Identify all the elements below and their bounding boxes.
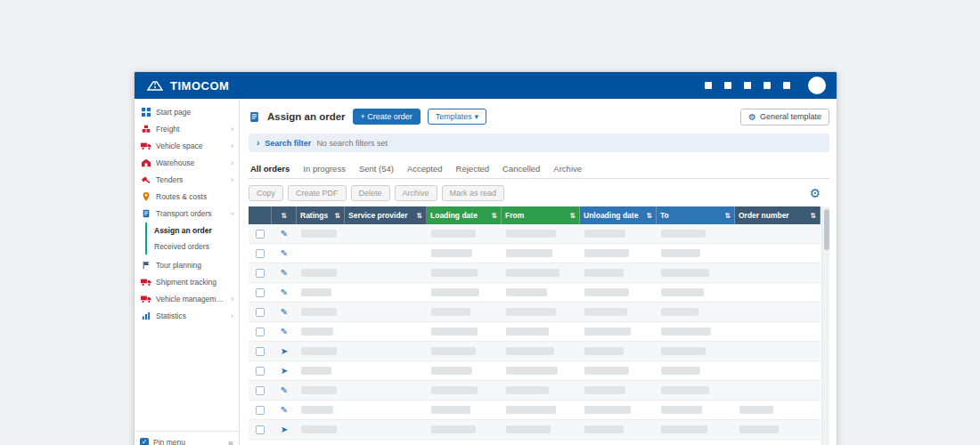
pencil-icon[interactable]: ✎	[276, 385, 292, 395]
table-row[interactable]: ✎	[249, 400, 821, 420]
sidebar-item-warehouse[interactable]: Warehouse›	[135, 154, 239, 171]
table-row[interactable]: ➤	[249, 420, 821, 440]
archive-button[interactable]: Archive	[395, 185, 437, 201]
sort-arrows-icon[interactable]: ⇅	[724, 212, 731, 220]
redacted-value-placeholder	[431, 249, 472, 257]
sort-arrows-icon[interactable]: ⇅	[810, 212, 816, 220]
row-checkbox[interactable]	[256, 425, 265, 434]
sort-arrows-icon[interactable]: ⇅	[569, 212, 576, 220]
redacted-value-placeholder	[506, 308, 556, 316]
pencil-icon[interactable]: ✎	[276, 248, 292, 258]
tab-rejected[interactable]: Rejected	[456, 161, 490, 178]
tab-archive[interactable]: Archive	[553, 161, 582, 178]
header-app-icon-1[interactable]	[705, 82, 712, 89]
pencil-icon[interactable]: ✎	[276, 327, 292, 336]
sidebar-subitem-received-orders[interactable]: Received orders	[147, 239, 239, 255]
row-select-cell	[249, 303, 272, 321]
user-avatar[interactable]	[808, 77, 826, 94]
table-row[interactable]: ✎	[249, 322, 821, 342]
tab-all-orders[interactable]: All orders	[250, 161, 290, 178]
row-checkbox[interactable]	[256, 367, 265, 376]
tab-accepted[interactable]: Accepted	[407, 161, 443, 178]
column-header-edit[interactable]: ⇅	[272, 206, 297, 224]
cell-to	[657, 303, 735, 321]
collapse-sidebar-icon[interactable]: «	[228, 437, 233, 445]
pencil-icon[interactable]: ✎	[276, 268, 292, 278]
pencil-icon[interactable]: ✎	[276, 307, 292, 317]
general-template-button[interactable]: ⚙ General template	[740, 109, 829, 125]
sidebar-item-vehicle-management[interactable]: Vehicle management›	[135, 290, 239, 307]
sidebar-item-shipment-tracking[interactable]: Shipment tracking	[135, 273, 239, 290]
delete-button[interactable]: Delete	[351, 185, 390, 201]
column-header-to[interactable]: To⇅	[657, 206, 735, 224]
sidebar-item-label: Freight	[156, 125, 226, 134]
mark-as-read-button[interactable]: Mark as read	[442, 185, 505, 201]
sidebar-subitem-assign-an-order[interactable]: Assign an order	[147, 222, 239, 239]
row-checkbox[interactable]	[256, 308, 265, 317]
table-row[interactable]: ➤	[249, 361, 821, 381]
row-checkbox[interactable]	[256, 386, 265, 395]
table-scrollbar[interactable]	[821, 206, 829, 445]
sidebar-item-statistics[interactable]: Statistics›	[135, 307, 239, 324]
row-checkbox[interactable]	[256, 288, 265, 297]
cell-order-number	[735, 263, 821, 282]
sidebar-item-start-page[interactable]: Start page	[135, 103, 239, 120]
sidebar-item-transport-orders[interactable]: Transport orders›	[135, 205, 239, 222]
column-header-ratings[interactable]: Ratings⇅	[297, 206, 345, 224]
table-scrollbar-thumb[interactable]	[824, 209, 829, 250]
create-order-button[interactable]: + Create order	[353, 109, 421, 125]
sort-arrows-icon[interactable]: ⇅	[491, 212, 497, 220]
column-header-unloading-date[interactable]: Unloading date⇅	[580, 206, 657, 224]
row-checkbox[interactable]	[256, 347, 265, 356]
sidebar-item-label: Statistics	[156, 312, 226, 320]
create-pdf-button[interactable]: Create PDF	[288, 185, 347, 201]
tab-sent-54[interactable]: Sent (54)	[359, 161, 394, 178]
sidebar-item-vehicle-space[interactable]: Vehicle space›	[135, 137, 239, 154]
pencil-icon[interactable]: ✎	[276, 287, 292, 297]
header-app-icon-5[interactable]	[783, 82, 790, 89]
table-row[interactable]: ✎	[249, 244, 821, 263]
sort-arrows-icon[interactable]: ⇅	[416, 212, 422, 220]
row-checkbox[interactable]	[256, 328, 265, 336]
tab-cancelled[interactable]: Cancelled	[502, 161, 540, 178]
row-select-cell	[249, 381, 272, 400]
tab-in-progress[interactable]: In progress	[303, 161, 346, 178]
column-header-order-number[interactable]: Order number⇅	[735, 206, 821, 224]
header-app-icon-3[interactable]	[744, 82, 751, 89]
paper-plane-icon[interactable]: ➤	[276, 346, 292, 356]
row-checkbox[interactable]	[256, 269, 265, 278]
column-header-service-provider[interactable]: Service provider⇅	[345, 206, 427, 224]
sort-arrows-icon[interactable]: ⇅	[334, 212, 340, 220]
row-checkbox[interactable]	[256, 249, 265, 258]
pencil-icon[interactable]: ✎	[276, 405, 292, 415]
timocom-logo[interactable]: TIMOCOM	[145, 79, 229, 93]
table-row[interactable]: ✎	[249, 303, 821, 322]
column-header-loading-date[interactable]: Loading date⇅	[427, 206, 502, 224]
sidebar-item-routes-costs[interactable]: Routes & costs	[135, 188, 239, 205]
sort-arrows-icon[interactable]: ⇅	[646, 212, 652, 220]
table-row[interactable]: ➤	[249, 342, 821, 361]
pencil-icon[interactable]: ✎	[276, 229, 292, 239]
sidebar-item-tour-planning[interactable]: Tour planning	[135, 256, 239, 273]
copy-button[interactable]: Copy	[249, 185, 283, 201]
header-app-icon-4[interactable]	[764, 82, 771, 89]
table-settings-gear-icon[interactable]: ⚙	[809, 187, 821, 199]
row-checkbox[interactable]	[256, 230, 265, 239]
search-filter-bar[interactable]: › Search filter No search filters set	[249, 134, 829, 152]
table-row[interactable]: ✎	[249, 224, 821, 244]
sidebar-item-tenders[interactable]: Tenders›	[135, 171, 239, 188]
action-bar: CopyCreate PDFDeleteArchiveMark as read …	[249, 185, 829, 201]
table-row[interactable]: ✎	[249, 381, 821, 400]
table-row[interactable]: ✎	[249, 283, 821, 303]
pin-menu-checkbox[interactable]: ✓	[140, 438, 149, 445]
sidebar-item-freight[interactable]: Freight›	[135, 120, 239, 137]
header-app-icon-2[interactable]	[724, 82, 731, 89]
templates-button[interactable]: Templates ▾	[428, 109, 486, 125]
column-header-from[interactable]: From⇅	[502, 206, 580, 224]
sort-arrows-icon[interactable]: ⇅	[281, 212, 287, 220]
paper-plane-icon[interactable]: ➤	[276, 425, 292, 434]
row-checkbox[interactable]	[256, 406, 265, 415]
table-row[interactable]: ✎	[249, 440, 821, 445]
table-row[interactable]: ✎	[249, 263, 821, 283]
paper-plane-icon[interactable]: ➤	[276, 366, 292, 376]
